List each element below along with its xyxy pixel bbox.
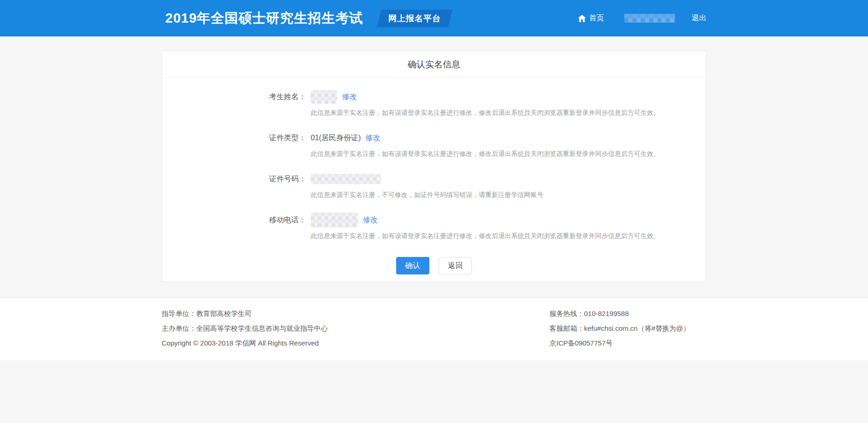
back-button[interactable]: 返回 [439,257,472,274]
row-id-number: 证件号码： 此信息来源于实名注册，不可修改，如证件号码填写错误，请重新注册学信网… [162,172,706,199]
email-line: 客服邮箱：kefu#chsi.com.cn（将#替换为@） [549,323,706,333]
id-type-label: 证件类型： [162,133,306,143]
row-candidate-name: 考生姓名： 修改 此信息来源于实名注册，如有误请登录实名注册进行修改，修改后退出… [162,90,706,117]
logout-link[interactable]: 退出 [692,13,706,23]
home-link[interactable]: 首页 [578,13,604,23]
id-number-note: 此信息来源于实名注册，不可修改，如证件号码填写错误，请重新注册学信网账号 [311,190,706,199]
page-footer: 指导单位：教育部高校学生司 主办单位：全国高等学校学生信息咨询与就业指导中心 C… [0,298,868,360]
platform-badge: 网上报名平台 [376,10,452,27]
edit-mobile-link[interactable]: 修改 [363,215,378,225]
copyright-line: Copyright © 2003-2018 学信网 All Rights Res… [162,338,549,348]
id-number-label: 证件号码： [162,174,306,184]
guidance-line: 指导单位：教育部高校学生司 [162,309,549,318]
edit-id-type-link[interactable]: 修改 [365,133,380,143]
masked-candidate-name [311,90,338,104]
id-type-note: 此信息来源于实名注册，如有误请登录实名注册进行修改，修改后退出系统且关闭浏览器重… [311,149,706,158]
top-bar: 2019年全国硕士研究生招生考试 网上报名平台 首页 退出 [0,0,868,36]
card-header: 确认实名信息 [162,51,706,78]
site-title: 2019年全国硕士研究生招生考试 [162,9,363,28]
platform-badge-label: 网上报名平台 [388,13,441,24]
confirm-card: 确认实名信息 考生姓名： 修改 此信息来源于实名注册，如有误请登录实名注册进行修… [162,51,706,282]
home-icon [578,15,586,22]
masked-id-number [311,174,381,184]
topbar-right: 首页 退出 [578,13,706,23]
edit-name-link[interactable]: 修改 [342,92,357,102]
organizer-line: 主办单位：全国高等学校学生信息咨询与就业指导中心 [162,323,549,333]
home-label: 首页 [589,13,604,23]
candidate-name-note: 此信息来源于实名注册，如有误请登录实名注册进行修改，修改后退出系统且关闭浏览器重… [311,108,706,117]
hotline-line: 服务热线：010-82199588 [549,309,706,318]
mobile-note: 此信息来源于实名注册，如有误请登录实名注册进行修改，修改后退出系统且关闭浏览器重… [311,231,706,240]
masked-mobile [311,213,358,227]
mobile-label: 移动电话： [162,215,306,225]
id-type-value: 01(居民身份证) [311,133,361,143]
button-row: 确认 返回 [162,257,706,274]
row-id-type: 证件类型： 01(居民身份证) 修改 此信息来源于实名注册，如有误请登录实名注册… [162,131,706,158]
row-mobile: 移动电话： 修改 此信息来源于实名注册，如有误请登录实名注册进行修改，修改后退出… [162,213,706,240]
candidate-name-label: 考生姓名： [162,92,306,102]
masked-username [624,14,675,23]
icp-line: 京ICP备09057757号 [549,338,706,348]
main-content: 确认实名信息 考生姓名： 修改 此信息来源于实名注册，如有误请登录实名注册进行修… [162,51,706,282]
confirm-button[interactable]: 确认 [396,257,429,274]
card-title: 确认实名信息 [408,59,460,71]
